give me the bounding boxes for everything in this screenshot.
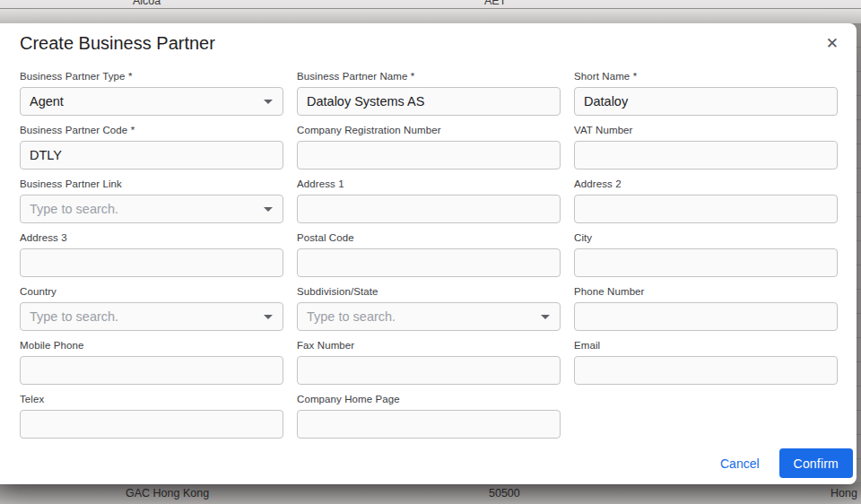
business-partner-code-text-input[interactable]	[30, 148, 274, 162]
background-cell: AET	[484, 0, 506, 7]
field-fax-number: Fax Number	[297, 340, 561, 385]
field-company-home-page: Company Home Page	[297, 394, 561, 439]
vat-number-label: VAT Number	[574, 125, 838, 136]
company-registration-number-text-input[interactable]	[307, 148, 551, 162]
business-partner-type-selected-value: Agent	[30, 94, 64, 109]
field-vat-number: VAT Number	[574, 125, 838, 169]
vat-number-input[interactable]	[574, 141, 838, 169]
email-text-input[interactable]	[584, 363, 828, 378]
dialog-title: Create Business Partner	[20, 30, 215, 56]
business-partner-code-input[interactable]	[20, 141, 283, 169]
telex-label: Telex	[20, 394, 283, 405]
field-telex: Telex	[20, 394, 283, 439]
field-email: Email	[574, 340, 838, 385]
email-label: Email	[574, 340, 838, 352]
business-partner-name-label: Business Partner Name *	[297, 71, 561, 83]
field-short-name: Short Name *	[574, 71, 838, 116]
field-address-2: Address 2	[574, 178, 838, 223]
screen: Alcoa AET GAC Hong Kong 50500 Hong K Cre…	[0, 0, 861, 504]
background-cell: GAC Hong Kong	[126, 487, 209, 500]
email-input[interactable]	[574, 356, 838, 385]
field-mobile-phone: Mobile Phone	[20, 340, 283, 385]
telex-text-input[interactable]	[30, 417, 274, 431]
business-partner-code-label: Business Partner Code *	[20, 125, 283, 136]
short-name-label: Short Name *	[574, 71, 838, 83]
field-business-partner-code: Business Partner Code *	[20, 125, 283, 169]
field-city: City	[574, 232, 838, 277]
fax-number-label: Fax Number	[297, 340, 561, 352]
address-2-input[interactable]	[574, 195, 838, 223]
dialog-footer: Cancel Confirm	[0, 439, 857, 478]
subdivision-state-search-input[interactable]	[307, 309, 551, 324]
background-cell: Hong K	[831, 487, 861, 500]
phone-number-label: Phone Number	[574, 286, 838, 298]
field-country: Country	[20, 286, 283, 331]
company-home-page-label: Company Home Page	[297, 394, 561, 405]
address-1-input[interactable]	[297, 195, 561, 223]
business-partner-link-label: Business Partner Link	[20, 178, 283, 190]
fax-number-text-input[interactable]	[307, 363, 551, 378]
phone-number-text-input[interactable]	[584, 309, 828, 324]
field-company-registration-number: Company Registration Number	[297, 125, 561, 169]
company-home-page-text-input[interactable]	[307, 417, 551, 431]
country-dropdown[interactable]	[20, 302, 283, 331]
field-postal-code: Postal Code	[297, 232, 561, 277]
background-table-top: Alcoa AET	[0, 0, 861, 23]
short-name-input[interactable]	[574, 87, 838, 116]
company-registration-number-input[interactable]	[297, 141, 561, 169]
address-1-label: Address 1	[297, 178, 561, 190]
company-home-page-input[interactable]	[297, 410, 561, 439]
cancel-button[interactable]: Cancel	[706, 449, 774, 478]
mobile-phone-label: Mobile Phone	[20, 340, 283, 352]
fax-number-input[interactable]	[297, 356, 561, 385]
postal-code-text-input[interactable]	[307, 256, 551, 270]
address-2-text-input[interactable]	[584, 202, 828, 216]
table-row-divider	[0, 8, 861, 9]
chevron-down-icon	[264, 207, 273, 212]
company-registration-number-label: Company Registration Number	[297, 125, 561, 136]
field-business-partner-link: Business Partner Link	[20, 178, 283, 223]
business-partner-name-text-input[interactable]	[307, 94, 551, 109]
mobile-phone-text-input[interactable]	[30, 363, 274, 378]
subdivision-state-label: Subdivision/State	[297, 286, 561, 298]
field-phone-number: Phone Number	[574, 286, 838, 331]
dialog-header: Create Business Partner ✕	[0, 23, 857, 56]
vat-number-text-input[interactable]	[584, 148, 828, 162]
background-cell: Alcoa	[133, 0, 161, 7]
business-partner-name-input[interactable]	[297, 87, 561, 116]
background-table-bottom: GAC Hong Kong 50500 Hong K	[0, 484, 861, 504]
field-address-1: Address 1	[297, 178, 561, 223]
city-input[interactable]	[574, 248, 838, 277]
business-partner-type-label: Business Partner Type *	[20, 71, 283, 83]
postal-code-input[interactable]	[297, 248, 561, 277]
mobile-phone-input[interactable]	[20, 356, 283, 385]
address-3-input[interactable]	[20, 248, 283, 277]
backdrop-scrim	[857, 23, 861, 484]
subdivision-state-dropdown[interactable]	[297, 302, 561, 331]
city-text-input[interactable]	[584, 256, 828, 270]
business-partner-link-dropdown[interactable]	[20, 195, 283, 223]
field-business-partner-name: Business Partner Name *	[297, 71, 561, 116]
business-partner-link-search-input[interactable]	[30, 202, 274, 216]
field-subdivision-state: Subdivision/State	[297, 286, 561, 331]
address-2-label: Address 2	[574, 178, 838, 190]
confirm-button[interactable]: Confirm	[779, 448, 853, 478]
close-icon[interactable]: ✕	[821, 30, 844, 56]
chevron-down-icon	[264, 100, 273, 104]
phone-number-input[interactable]	[574, 302, 838, 331]
chevron-down-icon	[264, 315, 273, 319]
field-business-partner-type: Business Partner Type *Agent	[20, 71, 283, 116]
telex-input[interactable]	[20, 410, 283, 439]
postal-code-label: Postal Code	[297, 232, 561, 244]
business-partner-type-dropdown[interactable]: Agent	[20, 87, 283, 116]
business-partner-form: Business Partner Type *AgentBusiness Par…	[0, 56, 857, 439]
create-business-partner-dialog: Create Business Partner ✕ Business Partn…	[0, 23, 857, 484]
address-3-text-input[interactable]	[30, 256, 274, 270]
country-search-input[interactable]	[30, 309, 274, 324]
address-1-text-input[interactable]	[307, 202, 551, 216]
city-label: City	[574, 232, 838, 244]
background-cell: 50500	[489, 487, 520, 500]
country-label: Country	[20, 286, 283, 298]
short-name-text-input[interactable]	[584, 94, 828, 109]
field-address-3: Address 3	[20, 232, 283, 277]
